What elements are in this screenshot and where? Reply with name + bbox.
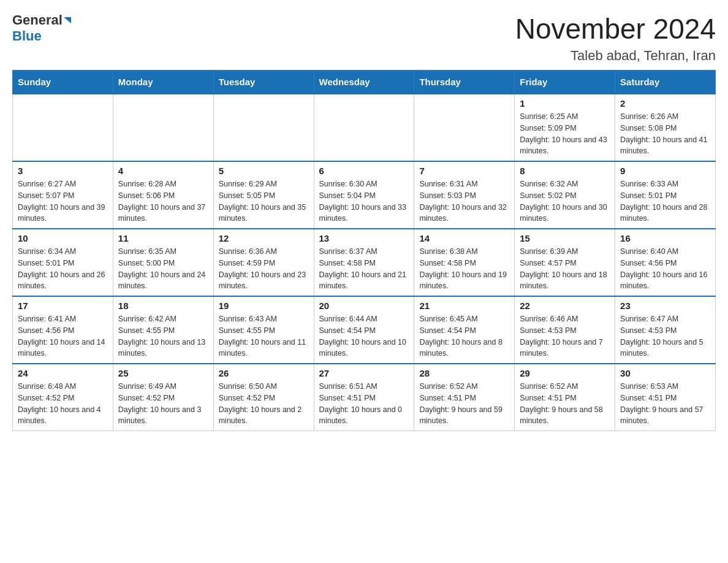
calendar-week-row: 24Sunrise: 6:48 AMSunset: 4:52 PMDayligh… (13, 364, 716, 431)
day-number: 22 (520, 301, 610, 311)
calendar-cell: 14Sunrise: 6:38 AMSunset: 4:58 PMDayligh… (414, 229, 515, 296)
day-number: 5 (219, 166, 309, 176)
day-number: 24 (18, 368, 108, 378)
day-info: Sunrise: 6:52 AMSunset: 4:51 PMDaylight:… (419, 381, 509, 427)
day-number: 1 (520, 98, 610, 109)
day-info: Sunrise: 6:26 AMSunset: 5:08 PMDaylight:… (620, 111, 710, 157)
day-number: 7 (419, 166, 509, 176)
day-info: Sunrise: 6:38 AMSunset: 4:58 PMDaylight:… (419, 246, 509, 292)
calendar-cell (13, 94, 113, 161)
day-info: Sunrise: 6:52 AMSunset: 4:51 PMDaylight:… (520, 381, 610, 427)
calendar-cell: 22Sunrise: 6:46 AMSunset: 4:53 PMDayligh… (515, 296, 615, 364)
day-number: 26 (219, 368, 309, 378)
day-info: Sunrise: 6:39 AMSunset: 4:57 PMDaylight:… (520, 246, 610, 292)
calendar-cell: 28Sunrise: 6:52 AMSunset: 4:51 PMDayligh… (414, 364, 515, 431)
day-info: Sunrise: 6:28 AMSunset: 5:06 PMDaylight:… (118, 178, 208, 224)
calendar-cell: 12Sunrise: 6:36 AMSunset: 4:59 PMDayligh… (213, 229, 314, 296)
calendar-cell: 9Sunrise: 6:33 AMSunset: 5:01 PMDaylight… (615, 161, 716, 229)
day-of-week-header: Tuesday (213, 71, 314, 94)
day-info: Sunrise: 6:42 AMSunset: 4:55 PMDaylight:… (118, 313, 208, 359)
calendar-cell: 26Sunrise: 6:50 AMSunset: 4:52 PMDayligh… (213, 364, 314, 431)
day-number: 9 (620, 166, 710, 176)
day-info: Sunrise: 6:30 AMSunset: 5:04 PMDaylight:… (319, 178, 409, 224)
day-number: 2 (620, 98, 710, 109)
day-info: Sunrise: 6:53 AMSunset: 4:51 PMDaylight:… (620, 381, 710, 427)
day-info: Sunrise: 6:25 AMSunset: 5:09 PMDaylight:… (520, 111, 610, 157)
calendar-cell: 5Sunrise: 6:29 AMSunset: 5:05 PMDaylight… (213, 161, 314, 229)
calendar-cell: 18Sunrise: 6:42 AMSunset: 4:55 PMDayligh… (113, 296, 213, 364)
calendar-cell: 29Sunrise: 6:52 AMSunset: 4:51 PMDayligh… (515, 364, 615, 431)
day-number: 15 (520, 233, 610, 243)
calendar-cell: 11Sunrise: 6:35 AMSunset: 5:00 PMDayligh… (113, 229, 213, 296)
day-of-week-header: Sunday (13, 71, 113, 94)
day-number: 12 (219, 233, 309, 243)
calendar-cell: 6Sunrise: 6:30 AMSunset: 5:04 PMDaylight… (314, 161, 414, 229)
day-info: Sunrise: 6:29 AMSunset: 5:05 PMDaylight:… (219, 178, 309, 224)
calendar-cell: 4Sunrise: 6:28 AMSunset: 5:06 PMDaylight… (113, 161, 213, 229)
logo: General Blue (12, 12, 71, 44)
calendar-cell: 24Sunrise: 6:48 AMSunset: 4:52 PMDayligh… (13, 364, 113, 431)
calendar-cell: 23Sunrise: 6:47 AMSunset: 4:53 PMDayligh… (615, 296, 716, 364)
calendar-cell: 27Sunrise: 6:51 AMSunset: 4:51 PMDayligh… (314, 364, 414, 431)
day-info: Sunrise: 6:44 AMSunset: 4:54 PMDaylight:… (319, 313, 409, 359)
calendar-cell (213, 94, 314, 161)
day-number: 23 (620, 301, 710, 311)
day-of-week-header: Monday (113, 71, 213, 94)
logo-blue-text: Blue (12, 28, 42, 44)
day-of-week-header: Wednesday (314, 71, 414, 94)
calendar-cell: 19Sunrise: 6:43 AMSunset: 4:55 PMDayligh… (213, 296, 314, 364)
day-info: Sunrise: 6:40 AMSunset: 4:56 PMDaylight:… (620, 246, 710, 292)
day-info: Sunrise: 6:37 AMSunset: 4:58 PMDaylight:… (319, 246, 409, 292)
calendar-week-row: 3Sunrise: 6:27 AMSunset: 5:07 PMDaylight… (13, 161, 716, 229)
day-info: Sunrise: 6:51 AMSunset: 4:51 PMDaylight:… (319, 381, 409, 427)
day-info: Sunrise: 6:35 AMSunset: 5:00 PMDaylight:… (118, 246, 208, 292)
day-info: Sunrise: 6:49 AMSunset: 4:52 PMDaylight:… (118, 381, 208, 427)
day-number: 17 (18, 301, 108, 311)
day-number: 30 (620, 368, 710, 378)
day-number: 11 (118, 233, 208, 243)
location-subtitle: Taleb abad, Tehran, Iran (515, 48, 716, 64)
month-year-title: November 2024 (515, 12, 716, 45)
calendar-cell: 3Sunrise: 6:27 AMSunset: 5:07 PMDaylight… (13, 161, 113, 229)
calendar-cell: 1Sunrise: 6:25 AMSunset: 5:09 PMDaylight… (515, 94, 615, 161)
logo-arrow-icon (64, 17, 71, 23)
day-number: 4 (118, 166, 208, 176)
day-info: Sunrise: 6:41 AMSunset: 4:56 PMDaylight:… (18, 313, 108, 359)
calendar-cell: 7Sunrise: 6:31 AMSunset: 5:03 PMDaylight… (414, 161, 515, 229)
day-number: 13 (319, 233, 409, 243)
calendar-cell: 13Sunrise: 6:37 AMSunset: 4:58 PMDayligh… (314, 229, 414, 296)
day-info: Sunrise: 6:31 AMSunset: 5:03 PMDaylight:… (419, 178, 509, 224)
day-info: Sunrise: 6:33 AMSunset: 5:01 PMDaylight:… (620, 178, 710, 224)
calendar-cell: 10Sunrise: 6:34 AMSunset: 5:01 PMDayligh… (13, 229, 113, 296)
day-number: 20 (319, 301, 409, 311)
day-info: Sunrise: 6:27 AMSunset: 5:07 PMDaylight:… (18, 178, 108, 224)
day-number: 29 (520, 368, 610, 378)
day-number: 8 (520, 166, 610, 176)
day-info: Sunrise: 6:36 AMSunset: 4:59 PMDaylight:… (219, 246, 309, 292)
day-number: 21 (419, 301, 509, 311)
calendar-cell: 17Sunrise: 6:41 AMSunset: 4:56 PMDayligh… (13, 296, 113, 364)
day-info: Sunrise: 6:48 AMSunset: 4:52 PMDaylight:… (18, 381, 108, 427)
day-info: Sunrise: 6:46 AMSunset: 4:53 PMDaylight:… (520, 313, 610, 359)
day-number: 14 (419, 233, 509, 243)
calendar-cell: 21Sunrise: 6:45 AMSunset: 4:54 PMDayligh… (414, 296, 515, 364)
page-header: General Blue November 2024 Taleb abad, T… (12, 12, 716, 64)
calendar-cell: 8Sunrise: 6:32 AMSunset: 5:02 PMDaylight… (515, 161, 615, 229)
day-number: 19 (219, 301, 309, 311)
day-number: 18 (118, 301, 208, 311)
calendar-week-row: 10Sunrise: 6:34 AMSunset: 5:01 PMDayligh… (13, 229, 716, 296)
title-area: November 2024 Taleb abad, Tehran, Iran (515, 12, 716, 64)
calendar-cell: 15Sunrise: 6:39 AMSunset: 4:57 PMDayligh… (515, 229, 615, 296)
day-number: 10 (18, 233, 108, 243)
day-info: Sunrise: 6:34 AMSunset: 5:01 PMDaylight:… (18, 246, 108, 292)
calendar-cell: 16Sunrise: 6:40 AMSunset: 4:56 PMDayligh… (615, 229, 716, 296)
day-number: 3 (18, 166, 108, 176)
day-number: 6 (319, 166, 409, 176)
calendar-header-row: SundayMondayTuesdayWednesdayThursdayFrid… (13, 71, 716, 94)
day-info: Sunrise: 6:32 AMSunset: 5:02 PMDaylight:… (520, 178, 610, 224)
calendar-cell: 30Sunrise: 6:53 AMSunset: 4:51 PMDayligh… (615, 364, 716, 431)
calendar-cell: 20Sunrise: 6:44 AMSunset: 4:54 PMDayligh… (314, 296, 414, 364)
day-info: Sunrise: 6:43 AMSunset: 4:55 PMDaylight:… (219, 313, 309, 359)
calendar-cell (414, 94, 515, 161)
calendar-cell: 25Sunrise: 6:49 AMSunset: 4:52 PMDayligh… (113, 364, 213, 431)
